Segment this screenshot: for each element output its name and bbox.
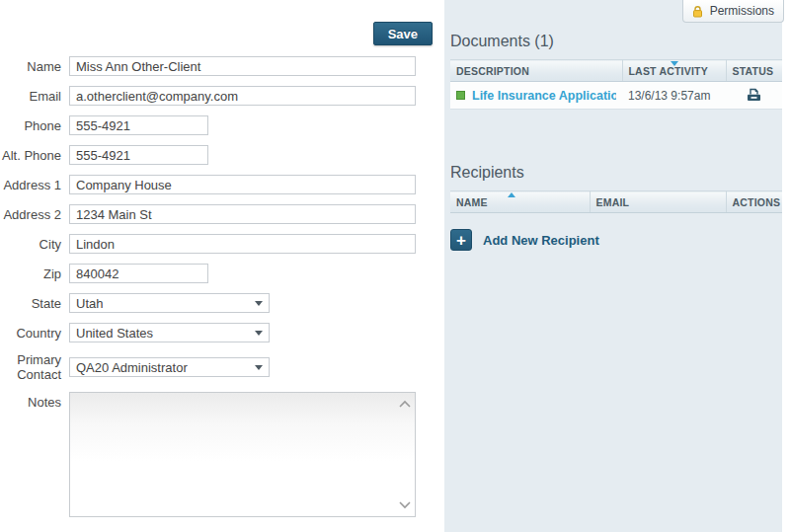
chevron-down-icon — [255, 301, 263, 306]
plus-icon: + — [450, 229, 472, 251]
documents-header-row: DESCRIPTION LAST ACTIVITY STATUS — [450, 60, 782, 82]
notes-textarea[interactable] — [70, 393, 397, 516]
recipients-title: Recipients — [450, 163, 782, 183]
form-row-phone: Phone — [0, 115, 441, 135]
state-select-value: Utah — [76, 296, 255, 311]
name-label: Name — [0, 59, 69, 74]
alt-phone-input[interactable] — [69, 145, 208, 165]
recipients-col-email[interactable]: EMAIL — [590, 191, 726, 213]
city-label: City — [0, 237, 69, 252]
primary-contact-select[interactable]: QA20 Administrator — [69, 357, 270, 377]
notes-field-container — [69, 392, 416, 517]
permissions-button-label: Permissions — [710, 4, 774, 18]
chevron-down-icon — [255, 365, 263, 370]
zip-label: Zip — [0, 266, 69, 281]
documents-recipients-pane: Documents (1) DESCRIPTION LAST ACTIVITY … — [444, 0, 782, 532]
address1-input[interactable] — [69, 175, 416, 194]
address2-label: Address 2 — [0, 207, 69, 222]
phone-label: Phone — [0, 118, 69, 133]
primary-contact-select-value: QA20 Administrator — [76, 360, 255, 375]
recipients-col-name-label: NAME — [456, 196, 488, 208]
form-row-alt-phone: Alt. Phone — [0, 145, 441, 165]
documents-table: DESCRIPTION LAST ACTIVITY STATUS — [450, 59, 782, 110]
form-row-notes: Notes — [0, 392, 441, 517]
country-label: Country — [0, 326, 69, 341]
documents-col-last-activity[interactable]: LAST ACTIVITY — [622, 60, 726, 82]
printer-icon[interactable] — [746, 88, 762, 103]
email-label: Email — [0, 89, 69, 104]
add-new-recipient-button[interactable]: + Add New Recipient — [450, 229, 599, 251]
document-status-square-icon — [456, 91, 465, 100]
chevron-down-icon — [255, 331, 263, 336]
permissions-button[interactable]: Permissions — [682, 0, 784, 23]
zip-input[interactable] — [69, 264, 208, 283]
state-select[interactable]: Utah — [69, 293, 270, 313]
documents-col-status[interactable]: STATUS — [726, 60, 782, 82]
notes-scrollbar[interactable] — [397, 393, 413, 516]
documents-title: Documents (1) — [450, 32, 782, 51]
primary-contact-label: Primary Contact — [0, 352, 69, 382]
document-link[interactable]: Life Insurance Application for... — [472, 89, 616, 103]
email-input[interactable] — [69, 86, 416, 106]
phone-input[interactable] — [69, 115, 208, 135]
city-input[interactable] — [69, 234, 416, 254]
scroll-down-icon[interactable] — [399, 501, 411, 509]
lock-icon — [691, 5, 704, 18]
form-row-city: City — [0, 234, 441, 254]
scroll-up-icon[interactable] — [399, 400, 411, 408]
document-last-activity: 13/6/13 9:57am — [622, 82, 726, 110]
form-row-zip: Zip — [0, 264, 441, 283]
client-detail-screen: Save Name Email Phone Alt. Phone Address… — [0, 0, 790, 532]
form-row-country: Country United States — [0, 323, 441, 342]
form-row-address1: Address 1 — [0, 175, 441, 194]
country-select-value: United States — [76, 326, 255, 341]
form-row-state: State Utah — [0, 293, 441, 313]
recipients-col-actions[interactable]: ACTIONS — [726, 191, 782, 213]
documents-col-description[interactable]: DESCRIPTION — [450, 60, 622, 82]
recipients-table: NAME EMAIL ACTIONS — [450, 190, 782, 213]
sort-asc-icon — [508, 192, 515, 197]
save-row: Save — [0, 0, 441, 45]
address2-input[interactable] — [69, 204, 416, 224]
address1-label: Address 1 — [0, 178, 69, 192]
notes-label: Notes — [0, 392, 69, 410]
state-label: State — [0, 296, 69, 311]
form-row-name: Name — [0, 56, 441, 76]
alt-phone-label: Alt. Phone — [0, 148, 69, 163]
documents-col-last-activity-label: LAST ACTIVITY — [629, 65, 708, 77]
recipients-col-name[interactable]: NAME — [450, 191, 590, 213]
client-form: Name Email Phone Alt. Phone Address 1 Ad — [0, 56, 441, 517]
name-input[interactable] — [69, 56, 416, 76]
document-row: Life Insurance Application for... 13/6/1… — [450, 82, 782, 110]
country-select[interactable]: United States — [69, 323, 270, 342]
sort-desc-icon — [671, 61, 678, 66]
add-new-recipient-label: Add New Recipient — [483, 233, 599, 248]
save-button[interactable]: Save — [373, 22, 433, 45]
form-row-address2: Address 2 — [0, 204, 441, 224]
form-row-email: Email — [0, 86, 441, 106]
form-row-primary-contact: Primary Contact QA20 Administrator — [0, 352, 441, 382]
recipients-header-row: NAME EMAIL ACTIONS — [450, 191, 782, 213]
client-form-pane: Save Name Email Phone Alt. Phone Address… — [0, 0, 441, 532]
